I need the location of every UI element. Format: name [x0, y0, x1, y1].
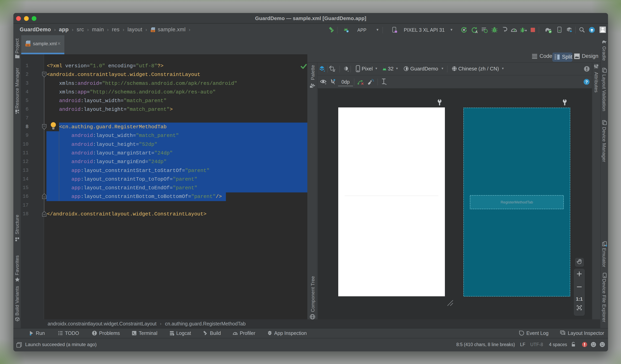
svg-text:A: A: [475, 30, 478, 34]
svg-text:?: ?: [585, 80, 588, 85]
svg-text:<>: <>: [152, 30, 154, 32]
svg-text:<>: <>: [27, 44, 30, 47]
